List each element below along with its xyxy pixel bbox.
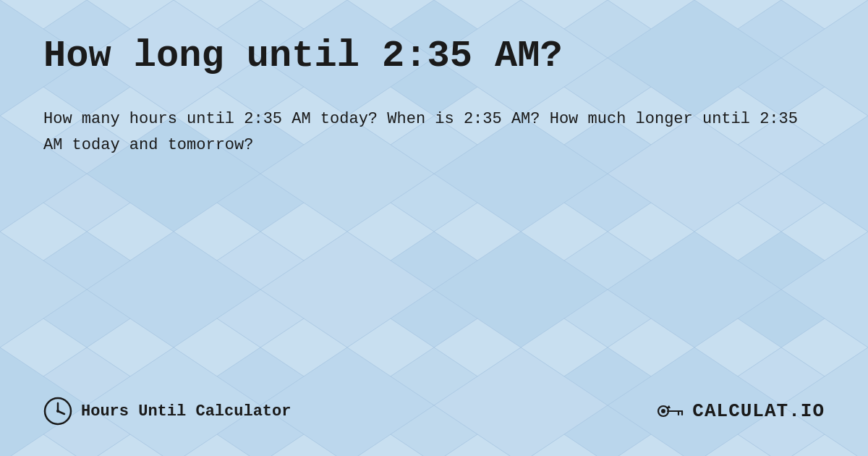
- footer-left: Hours Until Calculator: [43, 397, 291, 426]
- footer-left-label: Hours Until Calculator: [81, 402, 291, 421]
- footer: Hours Until Calculator CALCULAT.IO: [43, 395, 825, 427]
- page-description: How many hours until 2:35 AM today? When…: [43, 106, 803, 159]
- svg-point-50: [661, 409, 665, 413]
- clock-icon: [43, 397, 72, 426]
- calculatio-icon: [655, 395, 686, 427]
- logo-text: CALCULAT.IO: [692, 400, 825, 422]
- logo-right: CALCULAT.IO: [655, 395, 825, 427]
- page-title: How long until 2:35 AM?: [43, 35, 825, 77]
- svg-point-48: [56, 410, 59, 413]
